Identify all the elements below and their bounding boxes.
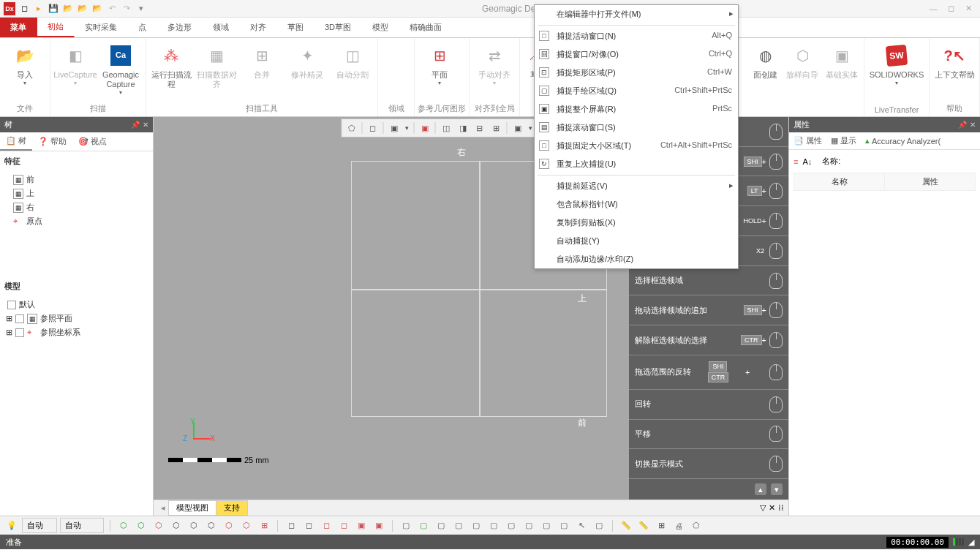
m-icon[interactable]: ▢ [399,519,413,533]
cm-capture-freehand[interactable]: ▢捕捉手绘区域(Q)Ctrl+Shift+PrtSc [535,82,738,100]
tree-row-default[interactable]: 默认 [4,298,148,312]
close-button[interactable]: ✕ [960,2,977,15]
import-button[interactable]: 📂导入▾ [3,42,47,88]
cm-capture-fullscreen[interactable]: ▣捕捉整个屏幕(R)PrtSc [535,100,738,118]
tree-row-front[interactable]: ▦前 [4,173,148,186]
qat-folder3-icon[interactable]: 📂 [91,2,104,15]
cm-repeat-last[interactable]: ↻重复上次捕捉(U) [535,155,738,173]
m-icon[interactable]: ⬡ [134,519,148,533]
vp-v3-icon[interactable]: ⊟ [472,121,488,135]
plane-button[interactable]: ⊞平面▾ [418,42,461,88]
m-icon[interactable]: ▢ [416,519,431,533]
vp-cube-icon[interactable]: ▣ [386,121,402,135]
m-icon[interactable]: ◻ [336,519,351,533]
qat-folder1-icon[interactable]: 📂 [61,2,75,15]
m-icon[interactable]: ⊞ [654,519,668,533]
cm-auto-capture[interactable]: 自动捕捉(Y) [535,232,738,250]
props-tab-display[interactable]: ▦显示 [826,132,861,149]
cm-capture-fixed[interactable]: □捕捉固定大小区域(T)Ctrl+Alt+Shift+PrtSc [535,137,738,155]
m-icon[interactable]: 📏 [619,519,633,533]
m-icon[interactable]: ▣ [372,519,386,533]
qat-folder2-icon[interactable]: 📂 [76,2,89,15]
tab-initial[interactable]: 初始 [37,18,75,37]
qat-save-icon[interactable]: 💾 [47,2,60,15]
scroll-up-icon[interactable]: ▴ [755,483,766,495]
checkbox-icon[interactable] [15,328,24,337]
m-icon[interactable]: ▢ [434,519,448,533]
props-tab-accuracy[interactable]: ▴Accuracy Analyzer( [861,132,945,149]
tab-exactsurface[interactable]: 精确曲面 [399,18,453,37]
tree-tab-tree[interactable]: 📋树 [0,132,32,151]
m-icon[interactable]: ▢ [486,519,501,533]
resize-grip-icon[interactable]: ◢ [968,538,974,547]
tab-sketch[interactable]: 草图 [277,18,314,37]
m-icon[interactable]: ◻ [284,519,298,533]
m-icon[interactable]: ▢ [521,519,536,533]
mode-select2[interactable]: 自动 [60,518,104,533]
tree-row-refplane[interactable]: ⊞▦参照平面 [4,312,148,325]
cm-capture-active[interactable]: □捕捉活动窗口(N)Alt+Q [535,27,738,45]
tree-row-top[interactable]: ▦上 [4,186,148,200]
vp-chev-icon[interactable]: ▾ [403,121,412,135]
auto-split-button[interactable]: ◫自动分割 [331,42,374,81]
tree-tab-viewpoint[interactable]: 🎯视点 [72,132,113,151]
scan-flow-button[interactable]: ⁂运行扫描流程 [149,42,193,91]
grip-icon[interactable]: ⁞⁞ [778,503,784,513]
m-icon[interactable]: ⬡ [151,519,166,533]
qat-dropdown-icon[interactable]: ▾ [135,2,148,15]
checkbox-icon[interactable] [7,301,16,309]
m-icon[interactable]: 🖨 [671,519,686,533]
m-icon[interactable]: ⬠ [689,519,704,533]
cm-include-cursor[interactable]: 包含鼠标指针(W) [535,195,738,214]
maximize-button[interactable]: ◻ [942,2,960,15]
cm-capture-scroll[interactable]: ▤捕捉滚动窗口(S) [535,118,738,137]
vp-v2-icon[interactable]: ◨ [455,121,471,135]
m-icon[interactable]: ⬡ [204,519,219,533]
m-icon[interactable]: ◻ [301,519,316,533]
az-icon[interactable]: A↓ [802,157,812,166]
tab-polygon[interactable]: 多边形 [157,18,203,37]
m-icon[interactable]: ▣ [354,519,369,533]
tree-row-right[interactable]: ▦右 [4,200,148,214]
m-icon[interactable]: 📏 [636,519,651,533]
tab-menu[interactable]: 菜单 [0,18,37,37]
close-icon[interactable]: ✕ [970,121,976,129]
pin-icon[interactable]: 📌 [958,121,967,129]
sort-icon[interactable]: ≡ [794,157,798,166]
bulb-icon[interactable]: 💡 [4,519,19,533]
face-create-button[interactable]: ◍面创建 [749,42,782,81]
m-icon[interactable]: ▢ [557,519,571,533]
m-icon[interactable]: ⬡ [186,519,201,533]
cm-capture-rect[interactable]: ⊡捕捉矩形区域(P)Ctrl+W [535,64,738,82]
m-icon[interactable]: ▢ [592,519,606,533]
tab-livecapture[interactable]: 实时采集 [75,18,128,37]
m-icon[interactable]: ⊞ [257,519,271,533]
tab-modelview[interactable]: 模型视图 [168,500,216,516]
basic-solid-button[interactable]: ▣基础实体 [823,42,861,81]
qat-open-icon[interactable]: ▸ [32,2,45,15]
tab-prev-icon[interactable]: ◂ [158,503,168,513]
tree-row-origin[interactable]: ⌖原点 [4,214,148,228]
repair-wizard-button[interactable]: ✦修补精灵 [285,42,329,81]
vp-shape-icon[interactable]: ⬠ [344,121,360,135]
loft-wizard-button[interactable]: ⬡放样向导 [783,42,821,81]
geomagic-capture-button[interactable]: CaGeomagic Capture▾ [99,42,143,98]
vp-v4-icon[interactable]: ⊞ [489,121,505,135]
cm-copy-clipboard[interactable]: 复制到剪贴板(X) [535,214,738,232]
tab-support[interactable]: 支持 [216,500,248,516]
cm-delay[interactable]: 捕捉前延迟(V)▸ [535,177,738,195]
vp-v5-icon[interactable]: ▣ [510,121,526,135]
context-help-button[interactable]: ?↖上下文帮助 [932,42,976,81]
tree-tab-help[interactable]: ❓帮助 [32,132,72,151]
m-icon[interactable]: ▢ [504,519,519,533]
livecapture-button[interactable]: ◧LiveCapture▾ [53,42,97,88]
merge-button[interactable]: ⊞合并 [240,42,284,81]
m-icon[interactable]: ▢ [451,519,466,533]
vp-cube2-icon[interactable]: ▣ [417,121,433,135]
tab-model[interactable]: 模型 [362,18,399,37]
props-tab-properties[interactable]: 📑属性 [789,132,826,149]
solidworks-button[interactable]: SWSOLIDWORKS▾ [867,42,926,88]
m-icon[interactable]: ◻ [319,519,333,533]
expand-icon[interactable]: ⊞ [6,328,12,337]
checkbox-icon[interactable] [15,314,24,323]
